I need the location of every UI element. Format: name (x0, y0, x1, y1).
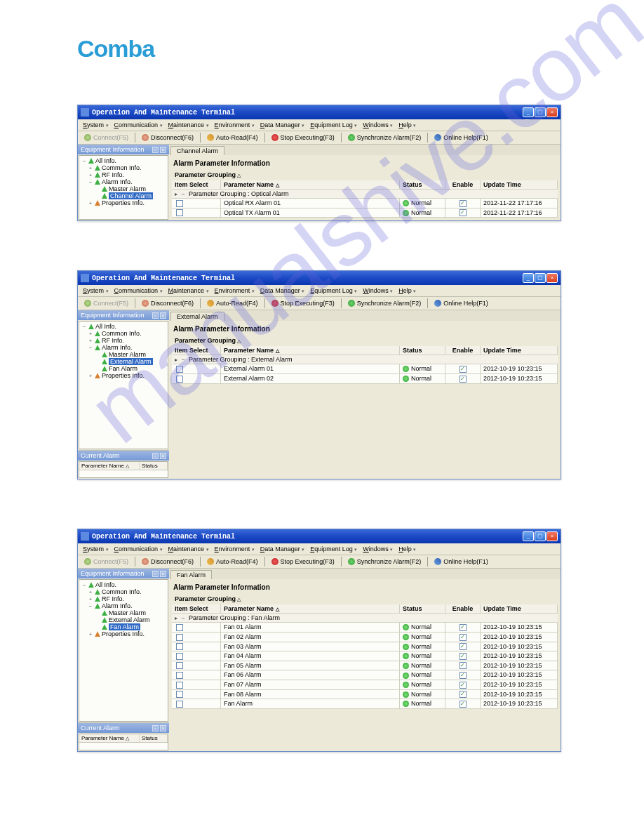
expand-icon[interactable]: + (88, 589, 93, 595)
sync-button[interactable]: Synchronize Alarm(F2) (344, 133, 425, 143)
help-button[interactable]: Online Help(F1) (431, 298, 492, 308)
row-checkbox[interactable] (176, 643, 183, 650)
row-checkbox[interactable] (176, 691, 183, 698)
menu-windows[interactable]: Windows ▾ (361, 545, 395, 553)
col-param-name[interactable]: Parameter Name △ (79, 734, 140, 742)
group-row[interactable]: ▸ − Parameter Grouping : Fan Alarm (172, 614, 558, 623)
enable-checkbox[interactable] (459, 701, 467, 708)
expand-icon[interactable]: − (81, 158, 87, 164)
row-checkbox[interactable] (176, 662, 183, 669)
close-icon[interactable]: × (160, 312, 166, 319)
enable-checkbox[interactable] (459, 643, 467, 650)
col-update-time[interactable]: Update Time (481, 604, 558, 614)
pin-icon[interactable]: ▫ (152, 571, 159, 577)
menu-equipment log[interactable]: Equipment Log ▾ (308, 545, 359, 553)
menu-maintenance[interactable]: Maintenance ▾ (166, 545, 211, 553)
expand-icon[interactable]: + (88, 373, 93, 379)
pin-icon[interactable]: ▫ (152, 725, 159, 732)
menu-maintenance[interactable]: Maintenance ▾ (166, 286, 211, 295)
enable-checkbox[interactable] (459, 653, 467, 660)
enable-checkbox[interactable] (459, 209, 467, 216)
autoread-button[interactable]: Auto-Read(F4) (203, 298, 262, 308)
tree-channel-alarm[interactable]: Channel Alarm (81, 192, 166, 199)
collapse-icon[interactable]: ▸ (175, 191, 182, 197)
col-item-select[interactable]: Item Select (172, 604, 221, 614)
col-enable[interactable]: Enable (445, 604, 481, 614)
enable-checkbox[interactable] (459, 624, 467, 631)
col-status[interactable]: Status (140, 734, 168, 742)
expand-icon[interactable]: − (81, 324, 87, 330)
tree-master-alarm[interactable]: Master Alarm (81, 185, 166, 192)
close-button[interactable]: × (546, 107, 558, 117)
expand-icon[interactable]: + (88, 200, 93, 206)
minimize-button[interactable]: _ (523, 107, 534, 117)
enable-checkbox[interactable] (459, 682, 467, 689)
row-checkbox[interactable] (176, 701, 183, 708)
enable-checkbox[interactable] (459, 376, 467, 383)
menu-windows[interactable]: Windows ▾ (361, 121, 395, 129)
collapse-icon[interactable]: ▸ (175, 615, 182, 621)
tree-properties-info[interactable]: + Properties Info. (81, 630, 166, 637)
expand-icon[interactable]: + (88, 165, 93, 171)
collapse-icon[interactable]: ▸ (175, 357, 182, 363)
titlebar[interactable]: Operation And Maintenance Terminal _ ▢ × (78, 105, 561, 119)
col-param-name[interactable]: Parameter Name △ (221, 604, 400, 614)
minimize-button[interactable]: _ (523, 273, 534, 283)
menu-communication[interactable]: Communication ▾ (112, 286, 165, 295)
menu-equipment log[interactable]: Equipment Log ▾ (308, 121, 359, 129)
row-checkbox[interactable] (176, 209, 183, 216)
help-button[interactable]: Online Help(F1) (431, 557, 492, 567)
minimize-button[interactable]: _ (523, 531, 534, 541)
menu-help[interactable]: Help ▾ (396, 545, 418, 553)
expand-icon[interactable]: + (88, 172, 93, 178)
menu-environment[interactable]: Environment ▾ (213, 545, 257, 553)
titlebar[interactable]: Operation And Maintenance Terminal _ ▢ × (78, 271, 561, 285)
menu-system[interactable]: System ▾ (81, 286, 111, 295)
connect-button[interactable]: Connect(F5) (81, 133, 132, 143)
col-param-name[interactable]: Parameter Name △ (221, 346, 400, 355)
close-icon[interactable]: × (160, 571, 166, 577)
enable-checkbox[interactable] (459, 634, 467, 641)
group-row[interactable]: ▸ − Parameter Grouping : Optical Alarm (172, 190, 558, 199)
menu-windows[interactable]: Windows ▾ (361, 286, 395, 295)
col-enable[interactable]: Enable (445, 180, 481, 190)
col-item-select[interactable]: Item Select (172, 180, 221, 190)
tree-common-info[interactable]: + Common Info. (81, 588, 166, 595)
menu-data manager[interactable]: Data Manager ▾ (258, 545, 307, 553)
col-status[interactable]: Status (400, 604, 445, 614)
col-param-name[interactable]: Parameter Name △ (79, 462, 140, 470)
expand-icon[interactable]: − (88, 345, 93, 351)
menu-maintenance[interactable]: Maintenance ▾ (166, 121, 211, 129)
expand-icon[interactable]: − (88, 179, 93, 185)
menu-communication[interactable]: Communication ▾ (112, 545, 165, 553)
row-checkbox[interactable] (176, 672, 183, 679)
menu-environment[interactable]: Environment ▾ (213, 121, 257, 129)
expand-icon[interactable]: + (88, 331, 93, 337)
tree-rf-info[interactable]: + RF Info. (81, 595, 166, 602)
row-checkbox[interactable] (176, 376, 183, 383)
close-icon[interactable]: × (160, 147, 166, 153)
autoread-button[interactable]: Auto-Read(F4) (203, 133, 262, 143)
expand-icon[interactable]: − (182, 191, 189, 197)
col-enable[interactable]: Enable (445, 346, 481, 355)
tree-master-alarm[interactable]: Master Alarm (81, 351, 166, 358)
tree-rf-info[interactable]: + RF Info. (81, 171, 166, 178)
stop-button[interactable]: Stop Executing(F3) (268, 298, 338, 308)
row-checkbox[interactable] (176, 200, 183, 207)
col-status[interactable]: Status (400, 180, 445, 190)
tree-properties-info[interactable]: + Properties Info. (81, 372, 166, 379)
tree-alarm-info[interactable]: − Alarm Info. (81, 602, 166, 609)
expand-icon[interactable]: − (88, 603, 93, 609)
row-checkbox[interactable] (176, 366, 183, 373)
tree-master-alarm[interactable]: Master Alarm (81, 609, 166, 616)
enable-checkbox[interactable] (459, 672, 467, 679)
tab-external alarm[interactable]: External Alarm (170, 312, 224, 321)
row-checkbox[interactable] (176, 624, 183, 631)
expand-icon[interactable]: − (182, 615, 189, 621)
connect-button[interactable]: Connect(F5) (81, 557, 132, 567)
close-button[interactable]: × (546, 273, 558, 283)
tree-fan-alarm[interactable]: Fan Alarm (81, 365, 166, 372)
menu-equipment log[interactable]: Equipment Log ▾ (308, 286, 359, 295)
disconnect-button[interactable]: Disconnect(F6) (138, 133, 197, 143)
connect-button[interactable]: Connect(F5) (81, 298, 132, 308)
